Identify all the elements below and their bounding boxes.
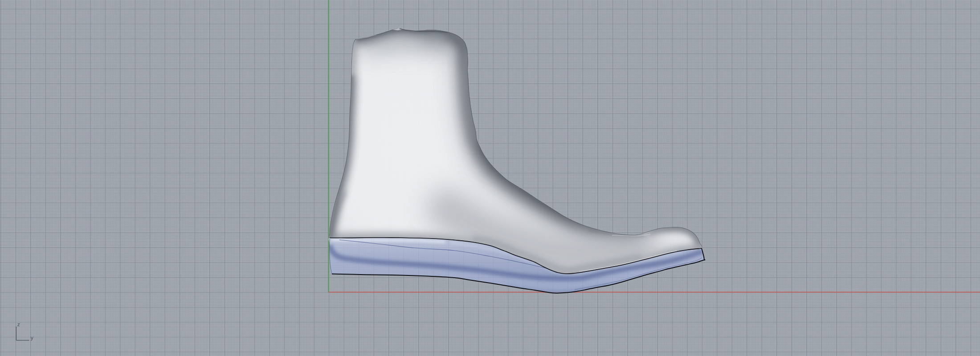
svg-text:z: z [17, 321, 20, 328]
svg-text:y: y [31, 335, 33, 341]
